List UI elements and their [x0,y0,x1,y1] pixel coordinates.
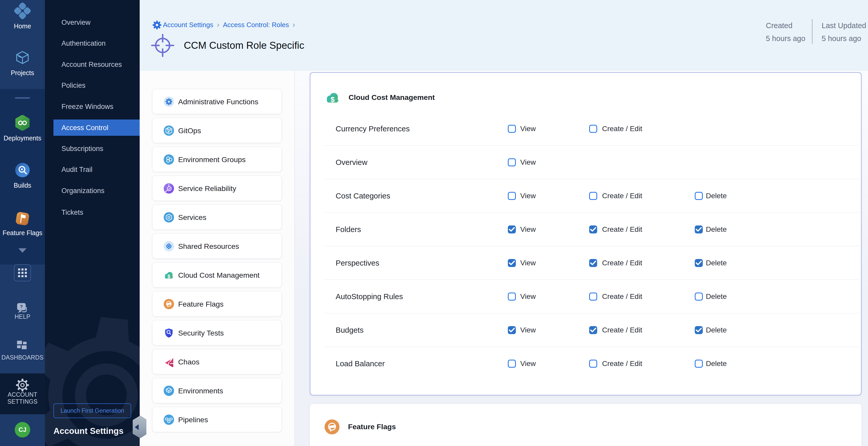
svg-text:$: $ [167,273,170,279]
svg-text:$: $ [331,95,335,103]
svg-text:?: ? [20,304,23,309]
